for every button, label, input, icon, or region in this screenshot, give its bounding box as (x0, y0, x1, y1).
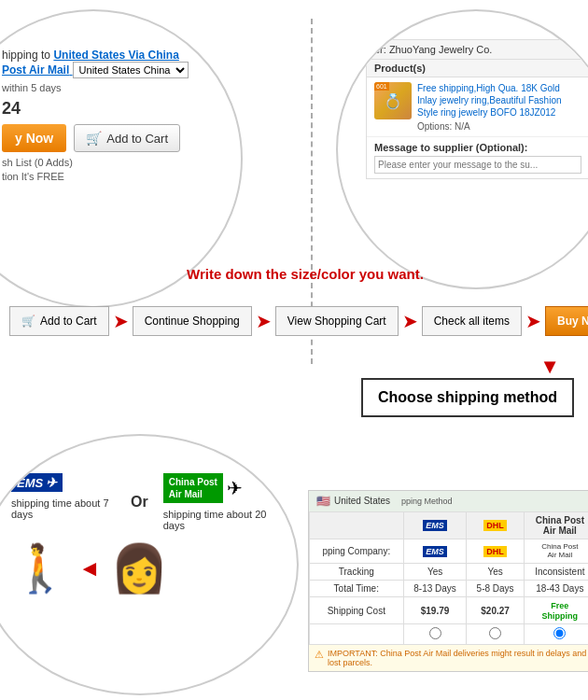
arrow-3: ➤ (402, 310, 418, 332)
row-time-dhl: 5-8 Days (467, 581, 524, 597)
receive-person-icon: 👩 (110, 545, 168, 592)
arrow-4: ➤ (525, 310, 541, 332)
row-company-dhl: DHL (467, 539, 524, 563)
row-time-cp: 18-43 Days (524, 581, 588, 597)
chinapost-time: shipping time about 20 days (163, 509, 273, 531)
arrow-2: ➤ (256, 310, 272, 332)
row-radio-dhl[interactable] (467, 624, 524, 645)
steps-row: 🛒 Add to Cart ➤ Continue Shopping ➤ View… (9, 306, 579, 336)
message-label: Message to supplier (Optional): (374, 142, 581, 153)
radio-dhl[interactable] (489, 627, 501, 639)
shipping-select[interactable]: United States China (73, 62, 189, 78)
choose-shipping-box: Choose shipping method (361, 378, 574, 417)
radio-cp[interactable] (553, 627, 566, 639)
row-time-ems: 8-13 Days (403, 581, 467, 597)
row-cost-cp: FreeShipping (524, 597, 588, 624)
chinapost-plane-icon: ✈ (227, 477, 243, 499)
product-page-circle: hipping to United States Via China Post … (0, 9, 243, 308)
delivery-illustration: 🚶 ◄ 👩 (11, 545, 273, 592)
row-company-label: pping Company: (310, 539, 404, 563)
delivery-days: within 5 days (2, 82, 243, 93)
table-row: Shipping Cost $19.79 $20.27 FreeShipping (310, 597, 589, 624)
table-row: pping Company: EMS DHL China PostAir Mai… (310, 539, 589, 563)
cart-icon-step: 🛒 (21, 315, 35, 328)
table-row: Tracking Yes Yes Inconsistent (310, 564, 589, 581)
important-note: ⚠ IMPORTANT: China Post Air Mail deliver… (309, 645, 588, 671)
table-destination-header: 🇺🇸 United States pping Method (309, 491, 588, 511)
protection-label: tion It's FREE (2, 171, 243, 182)
col-chinapost: China PostAir Mail (524, 511, 588, 539)
row-radio-cp[interactable] (524, 624, 588, 645)
col-dhl: DHL (467, 511, 524, 539)
product-badge: 601 (374, 82, 389, 91)
row-tracking-dhl: Yes (467, 564, 524, 581)
ems-logo: EMS ✈ (11, 473, 63, 492)
table-row-radio (310, 624, 589, 645)
row-company-cp: China PostAir Mail (524, 539, 588, 563)
order-header: er: ZhuoYang Jewelry Co. (367, 40, 588, 60)
products-label: Product(s) (367, 60, 588, 77)
or-label: Or (131, 494, 148, 511)
arrow-1: ➤ (113, 310, 129, 332)
delivery-circle: EMS ✈ shipping time about 7 days Or Chin… (0, 434, 299, 695)
warning-icon: ⚠ (315, 649, 324, 661)
order-page-circle: er: ZhuoYang Jewelry Co. Product(s) 601 … (336, 9, 588, 289)
row-cost-ems: $19.79 (403, 597, 467, 624)
table-row: Total Time: 8-13 Days 5-8 Days 18-43 Day… (310, 581, 589, 597)
row-cost-dhl: $20.27 (467, 597, 524, 624)
chinapost-logo: China Post Air Mail (163, 473, 223, 503)
row-radio-ems[interactable] (403, 624, 467, 645)
step-continue-shopping[interactable]: Continue Shopping (133, 306, 252, 336)
delivery-person-icon: 🚶 (11, 545, 69, 592)
shipping-table-panel: 🇺🇸 United States pping Method EMS DHL Ch… (308, 490, 588, 672)
row-cost-label: Shipping Cost (310, 597, 404, 624)
row-company-ems: EMS (403, 539, 467, 563)
cart-icon: 🛒 (86, 131, 102, 146)
row-tracking-label: Tracking (310, 564, 404, 581)
write-down-instruction: Write down the size/color you want. (187, 266, 424, 282)
row-tracking-ems: Yes (403, 564, 467, 581)
row-select-label (310, 624, 404, 645)
shipping-options: EMS ✈ shipping time about 7 days Or Chin… (11, 473, 273, 531)
product-price: 24 (2, 99, 243, 119)
plane-icon: ✈ (46, 475, 57, 490)
col-label (310, 511, 404, 539)
order-panel: er: ZhuoYang Jewelry Co. Product(s) 601 … (366, 39, 588, 179)
step-view-cart[interactable]: View Shopping Cart (275, 306, 399, 336)
row-time-label: Total Time: (310, 581, 404, 597)
col-ems: EMS (403, 511, 467, 539)
arrow-down: ▼ (539, 355, 560, 379)
product-options: Options: N/A (417, 121, 581, 132)
message-section: Message to supplier (Optional): (367, 137, 588, 178)
radio-ems[interactable] (429, 627, 441, 639)
product-row: 601 💍 Free shipping,High Qua. 18K Gold I… (367, 77, 588, 137)
shipping-comparison-table: EMS DHL China PostAir Mail pping Company… (309, 511, 588, 645)
product-thumbnail: 601 💍 (374, 82, 412, 119)
buy-now-button[interactable]: y Now (2, 124, 66, 152)
shipping-to-label: hipping to United States Via China Post … (2, 49, 243, 78)
delivery-arrow: ◄ (78, 555, 101, 581)
step-add-to-cart[interactable]: 🛒 Add to Cart (9, 306, 109, 336)
step-buy-now[interactable]: Buy Now (545, 306, 588, 336)
chinapost-option: China Post Air Mail ✈ shipping time abou… (163, 473, 273, 531)
product-description: Free shipping,High Qua. 18K Gold Inlay j… (417, 82, 581, 119)
step-check-items[interactable]: Check all items (422, 306, 522, 336)
ems-option: EMS ✈ shipping time about 7 days (11, 473, 116, 520)
message-input[interactable] (374, 156, 581, 174)
wishlist-label: sh List (0 Adds) (2, 157, 243, 168)
add-to-cart-button[interactable]: 🛒 Add to Cart (74, 124, 180, 152)
row-tracking-cp: Inconsistent (524, 564, 588, 581)
ems-time: shipping time about 7 days (11, 497, 116, 520)
us-flag-icon: 🇺🇸 (316, 495, 330, 508)
